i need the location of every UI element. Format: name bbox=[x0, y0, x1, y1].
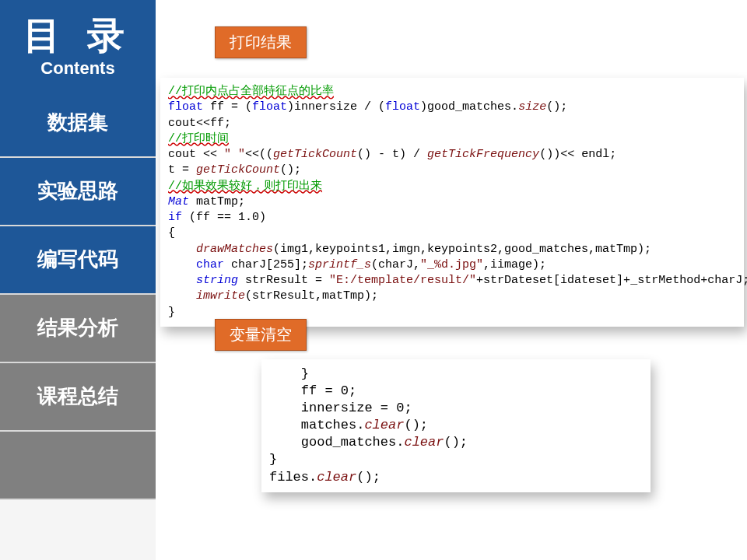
sidebar-item-method[interactable]: 实验思路 bbox=[0, 158, 156, 226]
sidebar-item-label: 课程总结 bbox=[37, 383, 118, 410]
sidebar-item-label: 数据集 bbox=[47, 109, 108, 136]
sidebar-header: 目 录 Contents bbox=[0, 0, 156, 89]
sidebar-item-summary[interactable]: 课程总结 bbox=[0, 363, 156, 432]
sidebar-item-analysis[interactable]: 结果分析 bbox=[0, 295, 156, 363]
sidebar-spacer bbox=[0, 432, 156, 500]
badge-clear-vars: 变量清空 bbox=[215, 319, 307, 351]
code-block-print: //打印内点占全部特征点的比率 float ff = (float)inners… bbox=[160, 78, 744, 327]
main-area: 打印结果 //打印内点占全部特征点的比率 float ff = (float)i… bbox=[156, 0, 747, 560]
sidebar-subtitle: Contents bbox=[0, 58, 156, 79]
code-block-clear: } ff = 0; innersize = 0; matches.clear()… bbox=[261, 359, 651, 492]
sidebar: 目 录 Contents 数据集 实验思路 编写代码 结果分析 课程总结 bbox=[0, 0, 156, 560]
badge-print-result: 打印结果 bbox=[215, 26, 307, 58]
sidebar-title: 目 录 bbox=[0, 16, 156, 57]
sidebar-item-code[interactable]: 编写代码 bbox=[0, 226, 156, 295]
sidebar-item-label: 结果分析 bbox=[37, 314, 118, 341]
sidebar-item-dataset[interactable]: 数据集 bbox=[0, 89, 156, 158]
sidebar-item-label: 编写代码 bbox=[37, 246, 118, 273]
sidebar-item-label: 实验思路 bbox=[37, 177, 118, 205]
